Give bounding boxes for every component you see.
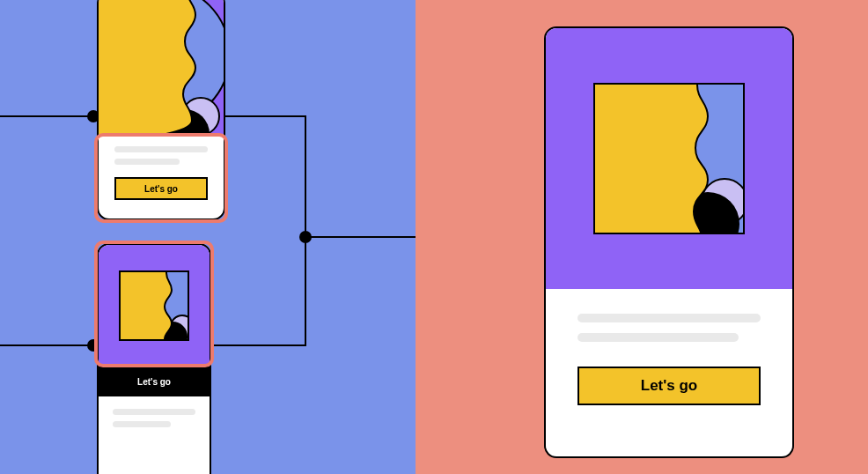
framed-hero [99,245,210,367]
wire [0,344,93,346]
text-placeholder [113,421,171,427]
variant-a-cta-button[interactable]: Let's go [114,177,208,200]
yellow-blob [99,0,224,134]
variant-b-card: Let's go [97,243,211,474]
text-placeholder [577,314,761,322]
wire [211,344,306,346]
wire [0,115,93,117]
text-placeholder [113,409,195,415]
yellow-blob [593,83,745,234]
text-placeholder [577,333,739,342]
source-variants-panel: Let's go Let's go [0,0,416,474]
card-body [99,134,224,165]
result-card: Let's go [544,26,794,458]
variant-b-cta-button[interactable]: Let's go [99,367,210,396]
wire [305,236,416,238]
result-panel: Let's go [416,0,868,474]
text-placeholder [114,159,180,165]
card-body [99,396,210,427]
result-framed-hero [546,28,792,289]
yellow-blob [119,270,189,341]
text-placeholder [114,146,208,152]
connector-node [299,231,312,243]
variant-a-card: Let's go [97,0,225,220]
hero-illustration [99,0,224,134]
result-body [546,289,792,342]
result-cta-button[interactable]: Let's go [577,367,761,405]
wire [225,115,306,117]
